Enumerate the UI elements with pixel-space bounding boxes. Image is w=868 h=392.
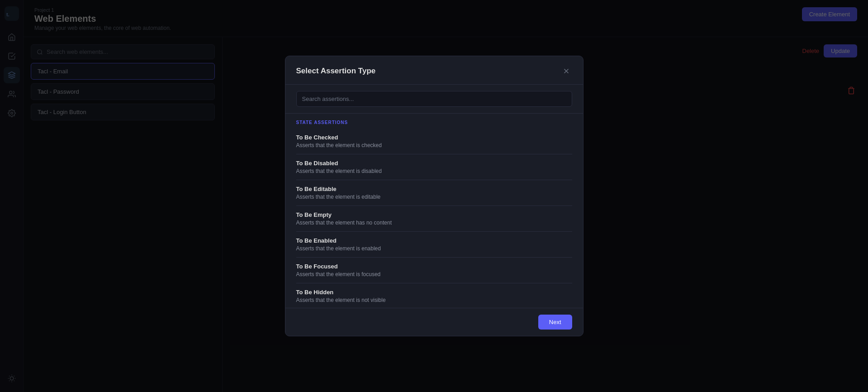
assertion-item-editable[interactable]: To Be Editable Asserts that the element … [296,180,572,206]
modal-search-area [285,85,583,114]
assertion-item-hidden[interactable]: To Be Hidden Asserts that the element is… [296,283,572,308]
assertion-item-checked[interactable]: To Be Checked Asserts that the element i… [296,129,572,154]
modal-title: Select Assertion Type [296,67,376,76]
modal-overlay: Select Assertion Type STATE ASSERTIONS T… [0,0,868,392]
assertion-search-input[interactable] [296,91,572,107]
section-label: STATE ASSERTIONS [296,114,572,129]
assertion-item-empty[interactable]: To Be Empty Asserts that the element has… [296,206,572,232]
modal-close-button[interactable] [560,65,572,77]
close-icon [562,67,570,75]
next-button[interactable]: Next [538,315,572,330]
assertion-item-disabled[interactable]: To Be Disabled Asserts that the element … [296,154,572,180]
modal-header: Select Assertion Type [285,56,583,85]
assertion-item-enabled[interactable]: To Be Enabled Asserts that the element i… [296,232,572,258]
modal-footer: Next [285,308,583,336]
modal-body: STATE ASSERTIONS To Be Checked Asserts t… [285,114,583,308]
modal: Select Assertion Type STATE ASSERTIONS T… [285,56,583,336]
assertion-item-focused[interactable]: To Be Focused Asserts that the element i… [296,258,572,283]
